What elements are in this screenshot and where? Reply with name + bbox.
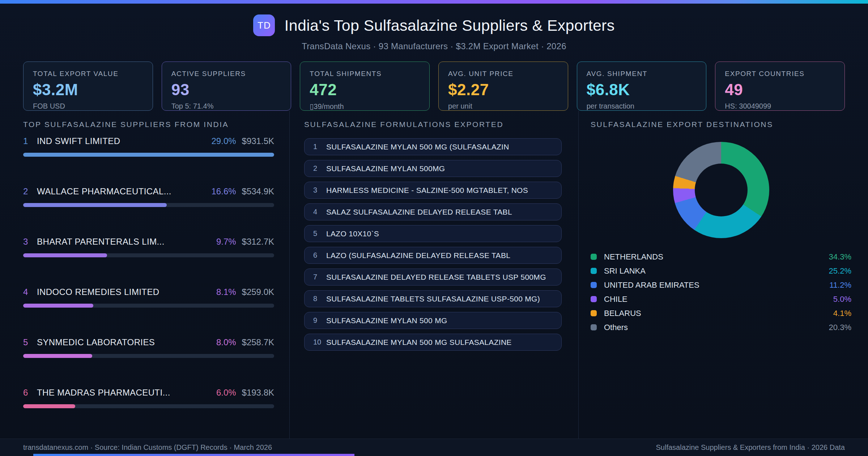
suppliers-list: 1IND SWIFT LIMITED29.0%$931.5K2WALLACE P… [23, 136, 274, 456]
stat-value: 93 [171, 81, 282, 99]
formulation-name: SULFASALAZINE MYLAN 500MG [326, 164, 445, 173]
formulation-pill-2[interactable]: 2SULFASALAZINE MYLAN 500MG [304, 160, 562, 177]
legend-label: Others [604, 323, 829, 332]
stat-label: TOTAL EXPORT VALUE [33, 70, 143, 78]
supplier-bar-track [23, 304, 274, 308]
formulations-list: 1SULFASALAZINE MYLAN 500 MG (SULFASALAZI… [304, 138, 562, 351]
formulation-pill-10[interactable]: 10SULFASALAZINE MYLAN 500 MG SULFASALAZI… [304, 334, 562, 351]
legend-item-sri-lanka[interactable]: SRI LANKA25.2% [591, 264, 851, 278]
legend-pct: 25.2% [829, 266, 851, 276]
supplier-rank: 2 [23, 186, 37, 197]
legend-pct: 4.1% [833, 309, 851, 318]
legend-pct: 11.2% [829, 280, 851, 290]
legend-label: UNITED ARAB EMIRATES [604, 280, 829, 290]
supplier-name: BHARAT PARENTERALS LIM... [37, 237, 216, 247]
formulation-pill-1[interactable]: 1SULFASALAZINE MYLAN 500 MG (SULFASALAZI… [304, 138, 562, 155]
supplier-row-4[interactable]: 4INDOCO REMEDIES LIMITED8.1%$259.0K [23, 287, 274, 332]
supplier-name: THE MADRAS PHARMACEUTI... [37, 388, 216, 398]
stat-sub: per unit [448, 102, 558, 110]
supplier-export-value: $258.7K [242, 337, 274, 347]
legend-pct: 34.3% [829, 252, 851, 262]
formulation-name: SULFASALAZINE DELAYED RELEASE TABLETS US… [326, 273, 546, 282]
supplier-share-pct: 8.0% [216, 337, 236, 347]
formulation-pill-7[interactable]: 7SULFASALAZINE DELAYED RELEASE TABLETS U… [304, 269, 562, 286]
supplier-rank: 3 [23, 237, 37, 247]
stat-card-export-countries: EXPORT COUNTRIES49HS: 30049099 [715, 62, 845, 111]
formulation-pill-9[interactable]: 9SULFASALAZINE MYLAN 500 MG [304, 312, 562, 329]
formulations-title: SULFASALAZINE FORMULATIONS EXPORTED [304, 120, 562, 129]
supplier-bar-fill [23, 203, 167, 207]
supplier-head: 5SYNMEDIC LABORATORIES8.0%$258.7K [23, 337, 274, 347]
supplier-bar-track [23, 203, 274, 207]
supplier-bar-fill [23, 253, 107, 257]
formulation-name: SULFASALAZINE MYLAN 500 MG [326, 316, 447, 325]
legend-label: CHILE [604, 295, 833, 304]
supplier-share-pct: 9.7% [216, 237, 236, 247]
formulation-name: LAZO 10X10`S [326, 229, 379, 238]
supplier-row-2[interactable]: 2WALLACE PHARMACEUTICAL...16.6%$534.9K [23, 186, 274, 231]
supplier-rank: 6 [23, 388, 37, 398]
formulation-pill-8[interactable]: 8SULFASALAZINE TABLETS SULFASALAZINE USP… [304, 290, 562, 307]
supplier-share-pct: 6.0% [216, 388, 236, 398]
supplier-name: IND SWIFT LIMITED [37, 136, 212, 146]
supplier-row-5[interactable]: 5SYNMEDIC LABORATORIES8.0%$258.7K [23, 337, 274, 382]
legend-item-netherlands[interactable]: NETHERLANDS34.3% [591, 250, 851, 264]
supplier-share-pct: 29.0% [212, 136, 236, 146]
footer-report-text: Sulfasalazine Suppliers & Exporters from… [656, 443, 845, 452]
formulation-pill-3[interactable]: 3HARMLESS MEDICINE - SALZINE-500 MGTABLE… [304, 182, 562, 199]
stat-sub: per transaction [587, 102, 697, 110]
stat-label: ACTIVE SUPPLIERS [171, 70, 282, 78]
formulation-rank: 9 [313, 316, 326, 325]
formulation-rank: 5 [313, 229, 326, 238]
supplier-export-value: $259.0K [242, 287, 274, 297]
supplier-head: 2WALLACE PHARMACEUTICAL...16.6%$534.9K [23, 186, 274, 197]
bottom-accent-bar [33, 454, 354, 456]
formulation-pill-6[interactable]: 6LAZO (SULFASALAZINE DELAYED RELEASE TAB… [304, 247, 562, 264]
destinations-title: SULFASALAZINE EXPORT DESTINATIONS [591, 120, 851, 129]
supplier-share-pct: 16.6% [212, 186, 236, 197]
stat-value: 49 [725, 81, 835, 99]
supplier-bar-fill [23, 354, 92, 358]
stats-row: TOTAL EXPORT VALUE$3.2MFOB USDACTIVE SUP… [0, 62, 868, 111]
supplier-bar-fill [23, 153, 274, 157]
legend-item-belarus[interactable]: BELARUS4.1% [591, 306, 851, 320]
legend-label: BELARUS [604, 309, 833, 318]
stat-sub: ▯39/month [310, 102, 420, 111]
stat-sub: HS: 30049099 [725, 102, 835, 110]
formulation-pill-5[interactable]: 5LAZO 10X10`S [304, 225, 562, 242]
stat-value: $2.27 [448, 81, 558, 99]
suppliers-panel: TOP SULFASALAZINE SUPPLIERS FROM INDIA 1… [0, 111, 289, 456]
supplier-export-value: $193.8K [242, 388, 274, 398]
supplier-bar-fill [23, 304, 93, 308]
page-subtitle: TransData Nexus · 93 Manufacturers · $3.… [0, 41, 868, 51]
stat-label: TOTAL SHIPMENTS [310, 70, 420, 78]
formulation-name: SULFASALAZINE MYLAN 500 MG (SULFASALAZIN [326, 143, 509, 151]
supplier-row-1[interactable]: 1IND SWIFT LIMITED29.0%$931.5K [23, 136, 274, 181]
supplier-name: SYNMEDIC LABORATORIES [37, 337, 216, 347]
supplier-bar-fill [23, 404, 75, 408]
supplier-head: 1IND SWIFT LIMITED29.0%$931.5K [23, 136, 274, 146]
stat-card-avg-unit-price: AVG. UNIT PRICE$2.27per unit [438, 62, 568, 111]
formulation-rank: 10 [313, 338, 326, 346]
stat-sub: FOB USD [33, 102, 143, 110]
supplier-row-6[interactable]: 6THE MADRAS PHARMACEUTI...6.0%$193.8K [23, 388, 274, 432]
brand-logo: TD [253, 14, 275, 36]
supplier-row-3[interactable]: 3BHARAT PARENTERALS LIM...9.7%$312.7K [23, 237, 274, 281]
supplier-bar-track [23, 404, 274, 408]
legend-item-others[interactable]: Others20.3% [591, 320, 851, 334]
stat-value: $6.8K [587, 81, 697, 99]
legend-pct: 5.0% [833, 295, 851, 304]
stat-card-total-export-value: TOTAL EXPORT VALUE$3.2MFOB USD [23, 62, 153, 111]
supplier-bar-track [23, 253, 274, 257]
stat-label: AVG. SHIPMENT [587, 70, 697, 78]
formulation-name: SULFASALAZINE MYLAN 500 MG SULFASALAZINE [326, 338, 512, 347]
supplier-rank: 4 [23, 287, 37, 297]
formulation-pill-4[interactable]: 4SALAZ SULFASALAZINE DELAYED RELEASE TAB… [304, 203, 562, 220]
formulation-rank: 7 [313, 273, 326, 281]
formulation-rank: 6 [313, 251, 326, 259]
supplier-head: 3BHARAT PARENTERALS LIM...9.7%$312.7K [23, 237, 274, 247]
legend-item-united-arab-emirates[interactable]: UNITED ARAB EMIRATES11.2% [591, 278, 851, 292]
stat-label: EXPORT COUNTRIES [725, 70, 835, 78]
supplier-rank: 5 [23, 337, 37, 347]
legend-item-chile[interactable]: CHILE5.0% [591, 292, 851, 306]
